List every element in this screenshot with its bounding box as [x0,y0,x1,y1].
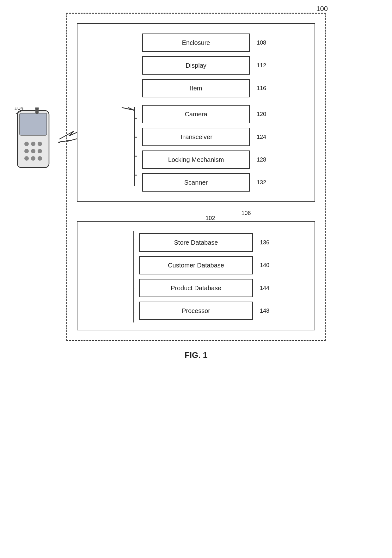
label-102: 102 [205,215,215,222]
server-box: Store Database 136 Customer Database 140… [77,221,315,330]
svg-point-5 [31,142,35,146]
outer-dashed-box: 100 Enclosure 108 Display 112 Item 116 [66,13,326,341]
component-item: Item 116 [142,79,250,97]
component-processor: Processor 148 [139,302,253,320]
component-display: Display 112 [142,56,250,75]
phone-svg: 104 [13,107,54,177]
svg-point-11 [31,156,35,161]
antenna-svg [119,107,138,189]
svg-point-7 [24,149,29,153]
svg-point-4 [24,142,29,146]
db-bracket-svg [122,228,134,326]
component-store-database: Store Database 136 [139,233,253,252]
component-product-database: Product Database 144 [139,279,253,297]
svg-marker-16 [58,141,61,143]
device-box: Enclosure 108 Display 112 Item 116 [77,23,315,202]
label-100: 100 [316,5,328,13]
svg-point-12 [38,156,42,161]
component-scanner: Scanner 132 [142,173,250,192]
phone-device: 104 [13,107,54,178]
component-transceiver: Transceiver 124 [142,128,250,146]
svg-text:104: 104 [14,107,24,111]
svg-point-6 [38,142,42,146]
v-line [196,202,196,221]
svg-point-8 [31,149,35,153]
component-locking-mechanism: Locking Mechanism 128 [142,150,250,169]
component-customer-database: Customer Database 140 [139,256,253,274]
fig-caption: FIG. 1 [185,350,207,360]
svg-point-10 [24,156,29,161]
svg-rect-1 [20,113,47,135]
v-connector: 102 106 [77,202,315,221]
label-106: 106 [241,210,251,217]
component-enclosure: Enclosure 108 [142,34,250,52]
page-container: 104 100 Enclosure 108 Display 112 Item [0,0,392,558]
component-camera: Camera 120 [142,105,250,123]
svg-point-9 [38,149,42,153]
